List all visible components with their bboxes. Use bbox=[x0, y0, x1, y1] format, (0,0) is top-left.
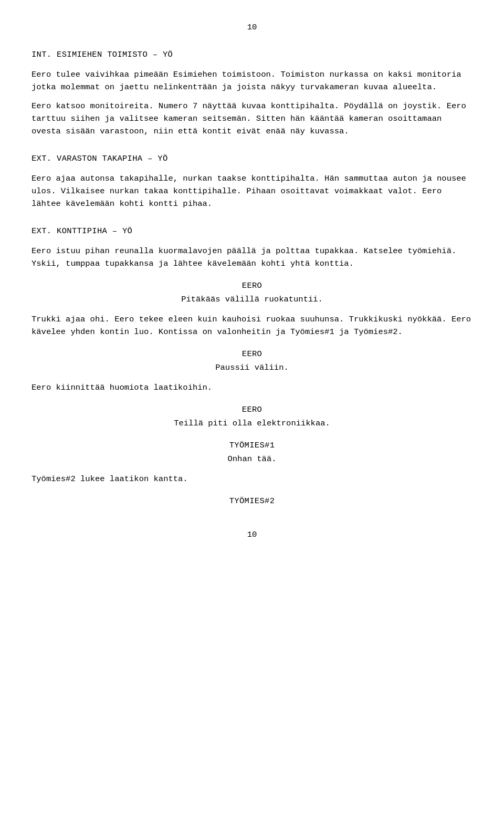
character-tyomies2: TYÖMIES#2 bbox=[32, 495, 472, 507]
page-number-bottom: 10 bbox=[32, 528, 472, 541]
character-tyomies1: TYÖMIES#1 bbox=[32, 439, 472, 452]
character-eero-2: EERO bbox=[32, 348, 472, 360]
action-eero-ajaa: Eero ajaa autonsa takapihalle, nurkan ta… bbox=[32, 172, 472, 210]
action-eero-istuu: Eero istuu pihan reunalla kuormalavojen … bbox=[32, 245, 472, 270]
dialogue-eero-2: Paussii väliin. bbox=[32, 361, 472, 374]
screenplay-page: 10 INT. ESIMIEHEN TOIMISTO – YÖ Eero tul… bbox=[0, 0, 504, 823]
dialogue-eero-3: Teillä piti olla elektroniikkaa. bbox=[32, 417, 472, 430]
scene-heading-ext-konttipiha: EXT. KONTTIPIHA – YÖ bbox=[32, 225, 472, 237]
dialogue-eero-1: Pitäkääs välillä ruokatuntii. bbox=[32, 293, 472, 306]
dialogue-tyomies1: Onhan tää. bbox=[32, 453, 472, 465]
action-tyomies2-lukee: Työmies#2 lukee laatikon kantta. bbox=[32, 473, 472, 485]
action-eero-tulee: Eero tulee vaivihkaa pimeään Esimiehen t… bbox=[32, 68, 472, 93]
character-eero-3: EERO bbox=[32, 403, 472, 416]
scene-heading-ext-varaston: EXT. VARASTON TAKAPIHA – YÖ bbox=[32, 152, 472, 165]
scene-heading-int-esimiehen: INT. ESIMIEHEN TOIMISTO – YÖ bbox=[32, 48, 472, 61]
page-number-top: 10 bbox=[32, 21, 472, 34]
action-eero-katsoo: Eero katsoo monitoireita. Numero 7 näytt… bbox=[32, 100, 472, 138]
action-trukki-ajaa: Trukki ajaa ohi. Eero tekee eleen kuin k… bbox=[32, 313, 472, 338]
action-eero-kiinnittaa: Eero kiinnittää huomiota laatikoihin. bbox=[32, 381, 472, 394]
character-eero-1: EERO bbox=[32, 279, 472, 292]
